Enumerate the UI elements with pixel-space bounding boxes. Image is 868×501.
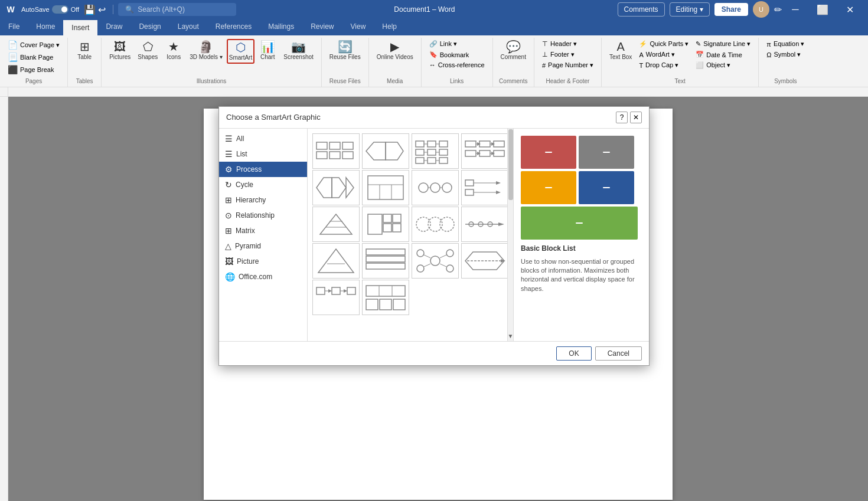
footer-button[interactable]: ⊥ Footer ▾ bbox=[539, 50, 596, 60]
svg-rect-102 bbox=[393, 299, 405, 310]
tab-help[interactable]: Help bbox=[374, 19, 405, 35]
search-input[interactable] bbox=[138, 5, 226, 14]
diagram-thumb-7[interactable] bbox=[412, 170, 459, 205]
cover-page-button[interactable]: 📄 Cover Page ▾ bbox=[5, 39, 63, 51]
comments-button[interactable]: Comments bbox=[618, 2, 665, 17]
scroll-down-arrow[interactable]: ▼ bbox=[508, 332, 513, 341]
diagram-thumb-17[interactable] bbox=[312, 280, 360, 315]
tab-review[interactable]: Review bbox=[302, 19, 342, 35]
chart-button[interactable]: 📊 Chart bbox=[256, 39, 279, 63]
tab-draw[interactable]: Draw bbox=[97, 19, 130, 35]
page-break-button[interactable]: ⬛ Page Break bbox=[5, 64, 63, 76]
category-all[interactable]: ☰ All bbox=[219, 131, 307, 146]
wordart-button[interactable]: A WordArt ▾ bbox=[636, 50, 691, 60]
link-button[interactable]: 🔗 Link ▾ bbox=[426, 39, 488, 49]
diagram-thumb-13[interactable] bbox=[312, 243, 360, 279]
dialog-close-button[interactable]: ✕ bbox=[630, 112, 642, 123]
ok-button[interactable]: OK bbox=[556, 346, 591, 361]
category-officecom[interactable]: 🌐 Office.com bbox=[219, 269, 307, 284]
svg-point-70 bbox=[478, 222, 483, 227]
page-number-button[interactable]: # Page Number ▾ bbox=[539, 60, 596, 70]
matrix-icon: ⊞ bbox=[225, 226, 232, 235]
undo-icon[interactable]: ↩ bbox=[98, 4, 106, 15]
diagram-thumb-9[interactable] bbox=[312, 207, 360, 242]
scrollbar-thumb[interactable] bbox=[508, 129, 513, 200]
tab-view[interactable]: View bbox=[342, 19, 374, 35]
reuse-files-button[interactable]: 🔄 Reuse Files bbox=[327, 39, 364, 63]
diagram-thumb-1[interactable] bbox=[312, 133, 360, 169]
diagram-thumb-6[interactable] bbox=[362, 170, 409, 205]
save-icon[interactable]: 💾 bbox=[84, 4, 96, 15]
screenshot-button[interactable]: 📷 Screenshot bbox=[280, 39, 316, 63]
diagram-thumb-16[interactable] bbox=[461, 243, 508, 279]
minimize-button[interactable]: ─ bbox=[782, 0, 809, 19]
tab-design[interactable]: Design bbox=[130, 19, 169, 35]
dialog-preview: Basic Block List Use to show non-sequent… bbox=[513, 129, 649, 341]
3d-models-button[interactable]: 🗿 3D Models ▾ bbox=[187, 39, 226, 63]
text-box-button[interactable]: A Text Box bbox=[606, 39, 635, 63]
diagram-grid: ▼ bbox=[308, 129, 513, 341]
search-bar[interactable]: 🔍 bbox=[118, 3, 236, 16]
cancel-button[interactable]: Cancel bbox=[595, 346, 642, 361]
cross-reference-icon: ↔ bbox=[429, 61, 436, 68]
diagram-thumb-15[interactable] bbox=[412, 243, 459, 279]
pen-icon[interactable]: ✏ bbox=[774, 4, 782, 15]
category-hierarchy[interactable]: ⊞ Hierarchy bbox=[219, 192, 307, 208]
tab-mailings[interactable]: Mailings bbox=[260, 19, 302, 35]
diagram-thumb-11[interactable] bbox=[412, 207, 459, 242]
table-label: Table bbox=[77, 54, 92, 61]
object-button[interactable]: ⬜ Object ▾ bbox=[693, 60, 753, 70]
grid-scrollbar[interactable]: ▼ bbox=[507, 129, 513, 341]
editing-button[interactable]: Editing ▾ bbox=[670, 2, 710, 17]
drop-cap-button[interactable]: T Drop Cap ▾ bbox=[636, 60, 691, 70]
diagram-thumb-10[interactable] bbox=[362, 207, 409, 242]
category-picture[interactable]: 🖼 Picture bbox=[219, 254, 307, 269]
category-process[interactable]: ⚙ Process bbox=[219, 162, 307, 177]
close-button[interactable]: ✕ bbox=[836, 0, 863, 19]
diagram-thumb-4[interactable] bbox=[461, 133, 508, 169]
diagram-thumb-12[interactable] bbox=[461, 207, 508, 242]
autosave-toggle[interactable] bbox=[52, 5, 68, 14]
page-break-icon: ⬛ bbox=[8, 65, 18, 74]
autosave-control[interactable]: AutoSave Off bbox=[21, 5, 79, 14]
smartart-dialog[interactable]: Choose a SmartArt Graphic ? ✕ ☰ All ☰ Li… bbox=[218, 106, 650, 366]
tab-home[interactable]: Home bbox=[28, 19, 63, 35]
quick-parts-button[interactable]: ⚡ Quick Parts ▾ bbox=[636, 39, 691, 49]
dialog-help-button[interactable]: ? bbox=[616, 112, 628, 123]
diagram-thumb-3[interactable] bbox=[412, 133, 459, 169]
tab-references[interactable]: References bbox=[207, 19, 260, 35]
diagram-thumb-18[interactable] bbox=[362, 280, 409, 315]
header-button[interactable]: ⊤ Header ▾ bbox=[539, 39, 596, 49]
signature-line-button[interactable]: ✎ Signature Line ▾ bbox=[693, 39, 753, 49]
date-time-button[interactable]: 📅 Date & Time bbox=[693, 50, 753, 60]
diagram-thumb-14[interactable] bbox=[362, 243, 409, 279]
diagram-thumb-5[interactable] bbox=[312, 170, 360, 205]
online-videos-button[interactable]: ▶ Online Videos bbox=[374, 39, 416, 63]
svg-point-81 bbox=[417, 265, 424, 272]
diagram-thumb-8[interactable] bbox=[461, 170, 508, 205]
equation-button[interactable]: π Equation ▾ bbox=[763, 39, 807, 49]
share-button[interactable]: Share bbox=[714, 3, 748, 16]
3d-models-icon: 🗿 bbox=[198, 41, 213, 53]
bookmark-button[interactable]: 🔖 Bookmark bbox=[426, 50, 488, 60]
symbol-button[interactable]: Ω Symbol ▾ bbox=[763, 50, 807, 60]
icons-button[interactable]: ★ Icons bbox=[162, 39, 185, 63]
table-button[interactable]: ⊞ Table bbox=[73, 39, 96, 63]
tab-file[interactable]: File bbox=[0, 19, 28, 35]
category-list[interactable]: ☰ List bbox=[219, 146, 307, 162]
smartart-button[interactable]: ⬡ SmartArt bbox=[227, 39, 254, 64]
tab-layout[interactable]: Layout bbox=[169, 19, 207, 35]
blank-page-button[interactable]: 📃 Blank Page bbox=[5, 51, 63, 63]
maximize-button[interactable]: ⬜ bbox=[809, 0, 836, 19]
cross-reference-button[interactable]: ↔ Cross-reference bbox=[426, 60, 488, 70]
category-matrix[interactable]: ⊞ Matrix bbox=[219, 223, 307, 238]
comment-button[interactable]: 💬 Comment bbox=[498, 39, 529, 63]
pictures-button[interactable]: 🖼 Pictures bbox=[106, 39, 133, 63]
shapes-button[interactable]: ⬠ Shapes bbox=[135, 39, 161, 63]
svg-point-67 bbox=[440, 217, 454, 231]
category-relationship[interactable]: ⊙ Relationship bbox=[219, 208, 307, 223]
category-cycle[interactable]: ↻ Cycle bbox=[219, 177, 307, 192]
diagram-thumb-2[interactable] bbox=[362, 133, 409, 169]
tab-insert[interactable]: Insert bbox=[63, 19, 97, 35]
category-pyramid[interactable]: △ Pyramid bbox=[219, 238, 307, 254]
